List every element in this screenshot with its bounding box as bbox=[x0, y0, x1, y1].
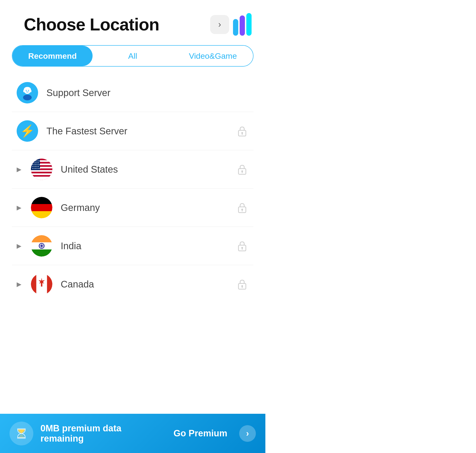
expand-arrow-icon: ▶ bbox=[17, 204, 24, 211]
list-item[interactable]: ▶ Germany bbox=[12, 189, 253, 227]
lock-icon bbox=[236, 240, 249, 253]
ca-flag-svg bbox=[31, 273, 52, 295]
tab-video-game[interactable]: Video&Game bbox=[173, 46, 253, 66]
bar-icon-3 bbox=[246, 13, 252, 36]
svg-rect-11 bbox=[31, 159, 52, 160]
svg-rect-19 bbox=[31, 172, 52, 173]
server-list: Support Server ⚡ The Fastest Server ▶ bbox=[0, 74, 265, 303]
svg-text:★★★★★★: ★★★★★★ bbox=[32, 168, 40, 169]
bar-icon-2 bbox=[240, 15, 245, 36]
svg-rect-34 bbox=[31, 204, 52, 211]
premium-banner[interactable]: 0MB premium data remaining Go Premium › bbox=[0, 414, 265, 453]
de-flag-svg bbox=[31, 197, 52, 218]
svg-point-7 bbox=[241, 132, 243, 134]
svg-rect-58 bbox=[31, 273, 36, 295]
expand-arrow-icon: ▶ bbox=[17, 281, 24, 288]
header-icons: › bbox=[210, 13, 253, 36]
svg-text:★★★★★: ★★★★★ bbox=[32, 166, 39, 167]
support-avatar-svg bbox=[19, 85, 36, 101]
flag-in bbox=[31, 235, 52, 257]
list-item[interactable]: ▶ bbox=[12, 227, 253, 265]
chevron-right-icon: › bbox=[218, 20, 221, 29]
list-item[interactable]: ⚡ The Fastest Server bbox=[12, 112, 253, 150]
arrow-icon: › bbox=[246, 429, 249, 439]
hourglass-icon bbox=[9, 422, 33, 445]
svg-rect-12 bbox=[31, 160, 52, 162]
go-premium-text: Go Premium bbox=[173, 428, 227, 439]
svg-rect-42 bbox=[31, 249, 52, 257]
svg-point-54 bbox=[241, 247, 243, 248]
svg-rect-61 bbox=[41, 283, 42, 287]
server-name-ca: Canada bbox=[61, 279, 236, 290]
svg-rect-21 bbox=[31, 175, 52, 177]
flag-ca bbox=[31, 273, 52, 295]
expand-arrow-icon: ▶ bbox=[17, 166, 24, 173]
svg-rect-40 bbox=[31, 235, 52, 242]
fastest-server-icon: ⚡ bbox=[17, 120, 38, 142]
svg-point-63 bbox=[241, 285, 243, 287]
support-server-icon bbox=[17, 82, 38, 103]
header: Choose Location › bbox=[0, 0, 265, 43]
connection-bars bbox=[231, 13, 253, 36]
svg-rect-2 bbox=[30, 90, 31, 92]
server-name-fastest: The Fastest Server bbox=[46, 126, 236, 136]
server-name-us: United States bbox=[61, 164, 236, 175]
tab-all[interactable]: All bbox=[93, 46, 173, 66]
tab-recommend[interactable]: Recommend bbox=[12, 46, 93, 66]
banner-data-text: 0MB premium data remaining bbox=[40, 423, 166, 444]
server-name-in: India bbox=[61, 241, 236, 251]
svg-point-30 bbox=[241, 170, 243, 172]
server-name-de: Germany bbox=[61, 202, 236, 213]
flag-us: ★★★★★★ ★★★★★ ★★★★★★ ★★★★★ ★★★★★★ bbox=[31, 159, 52, 180]
in-flag-svg bbox=[31, 235, 52, 257]
svg-rect-20 bbox=[31, 173, 52, 175]
page-title: Choose Location bbox=[24, 15, 159, 34]
svg-text:★★★★★★: ★★★★★★ bbox=[32, 160, 40, 162]
app-container: Choose Location › Recommend All Video&Ga… bbox=[0, 0, 265, 453]
svg-point-3 bbox=[23, 95, 32, 100]
expand-arrow-icon: ▶ bbox=[17, 242, 24, 250]
list-item[interactable]: ▶ bbox=[12, 265, 253, 303]
lock-icon bbox=[236, 278, 249, 291]
server-name-support: Support Server bbox=[46, 87, 249, 98]
svg-rect-1 bbox=[23, 90, 25, 92]
list-item[interactable]: Support Server bbox=[12, 74, 253, 112]
svg-rect-33 bbox=[31, 197, 52, 204]
svg-rect-18 bbox=[31, 170, 52, 172]
svg-rect-59 bbox=[47, 273, 53, 295]
svg-rect-22 bbox=[31, 177, 52, 180]
lock-icon bbox=[236, 125, 249, 138]
svg-point-4 bbox=[26, 90, 27, 91]
svg-rect-35 bbox=[31, 211, 52, 218]
svg-point-5 bbox=[28, 90, 29, 91]
bolt-icon: ⚡ bbox=[20, 124, 35, 138]
lock-icon bbox=[236, 201, 249, 214]
hourglass-svg bbox=[14, 426, 29, 441]
bar-icon-1 bbox=[233, 19, 238, 36]
svg-text:★★★★★★: ★★★★★★ bbox=[32, 164, 40, 165]
banner-arrow-button[interactable]: › bbox=[239, 425, 256, 442]
back-button[interactable]: › bbox=[210, 15, 229, 34]
list-item[interactable]: ▶ bbox=[12, 150, 253, 189]
lock-icon bbox=[236, 163, 249, 176]
svg-text:★★★★★: ★★★★★ bbox=[32, 162, 39, 164]
flag-de bbox=[31, 197, 52, 218]
tabs-bar: Recommend All Video&Game bbox=[12, 45, 253, 67]
svg-point-37 bbox=[241, 209, 243, 210]
us-flag-svg: ★★★★★★ ★★★★★ ★★★★★★ ★★★★★ ★★★★★★ bbox=[31, 159, 52, 180]
